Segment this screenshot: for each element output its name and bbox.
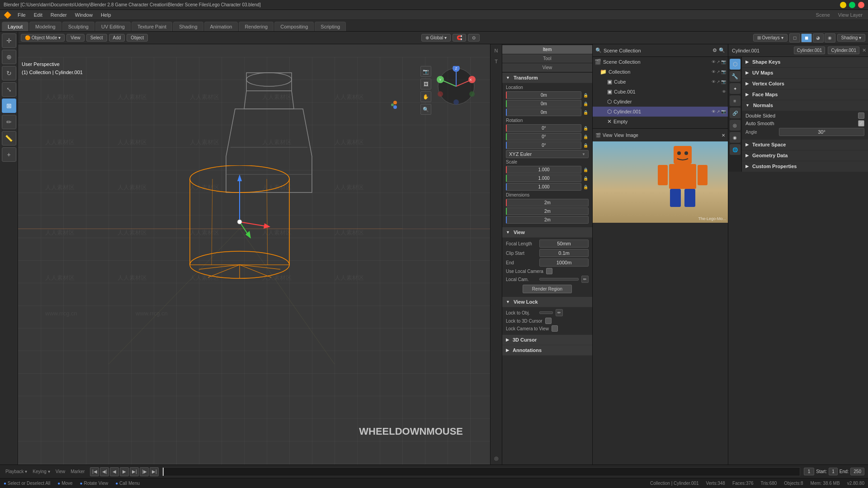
angle-val[interactable]: 30° (779, 128, 864, 136)
sidebar-toggle[interactable]: N (492, 46, 501, 55)
search-icon[interactable]: 🔍 (719, 47, 725, 53)
mat-tab-icon[interactable]: ◉ (730, 132, 741, 143)
rot-z-lock[interactable]: 🔒 (582, 141, 589, 149)
texture-space-header[interactable]: ▶ Texture Space (742, 140, 868, 150)
loc-z[interactable]: 0m (506, 108, 581, 116)
cube001-eye[interactable]: 👁 (722, 89, 726, 94)
rotation-mode-dropdown[interactable]: XYZ Euler (506, 150, 589, 158)
shade-solid[interactable]: ◼ (801, 33, 812, 42)
3d-viewport[interactable]: 人人素材区 人人素材区 人人素材区 人人素材区 人人素材区 人人素材区 人人素材… (18, 44, 490, 465)
rot-x-lock[interactable]: 🔒 (582, 124, 589, 132)
view-lock-header[interactable]: ▼ View Lock (502, 297, 592, 307)
camera-btn[interactable]: 📷 (420, 66, 431, 77)
collection-item[interactable]: 📁 Collection 👁 ↗ 📷 (593, 67, 728, 77)
geometry-data-header[interactable]: ▶ Geometry Data (742, 150, 868, 161)
tab-animation[interactable]: Animation (204, 22, 238, 31)
col-render[interactable]: 📷 (721, 70, 726, 74)
transform-tool[interactable]: ⊞ (2, 99, 16, 113)
maximize-button[interactable] (849, 2, 855, 8)
local-cam-field[interactable] (539, 278, 579, 281)
annotations-header[interactable]: ▶ Annotations (502, 345, 592, 356)
annotate-tool[interactable]: ✏ (2, 115, 16, 129)
loc-y[interactable]: 0m (506, 100, 581, 108)
jump-start-btn[interactable]: |◀ (90, 467, 99, 476)
auto-smooth-checkbox[interactable]: ✓ (858, 120, 864, 127)
uv-maps-header[interactable]: ▶ UV Maps (742, 68, 868, 78)
select-menu[interactable]: Select (86, 34, 107, 42)
cursor-tool[interactable]: ✛ (2, 33, 16, 48)
eye-icon[interactable]: 👁 (712, 60, 716, 64)
view-dropdown-tl[interactable]: View (54, 469, 67, 474)
tab-texture-paint[interactable]: Texture Paint (132, 22, 172, 31)
dim-z[interactable]: 2m (506, 216, 589, 224)
keying-dropdown[interactable]: Keying ▾ (31, 469, 52, 474)
cyl001-eye[interactable]: 👁 (712, 109, 716, 114)
jump-end-btn[interactable]: ▶| (150, 467, 159, 476)
cube-eye[interactable]: 👁 (712, 80, 716, 84)
normals-header[interactable]: ▼ Normals (742, 100, 868, 111)
play-btn[interactable]: ▶ (120, 467, 129, 476)
cylinder-item[interactable]: ⬡ Cylinder (593, 97, 728, 107)
const-tab-icon[interactable]: 🔗 (730, 108, 741, 118)
tool-tab[interactable]: Tool (502, 54, 592, 63)
menu-window[interactable]: Window (71, 11, 96, 19)
view-menu[interactable]: View (66, 34, 85, 42)
zoom-btn[interactable]: 🔍 (420, 104, 431, 115)
rotate-tool[interactable]: ↻ (2, 66, 16, 80)
cube-item[interactable]: ▣ Cube 👁 ↗ 📷 (593, 77, 728, 87)
dim-y[interactable]: 2m (506, 207, 589, 215)
mode-dropdown[interactable]: 🟠 Object Mode ▾ (21, 34, 65, 42)
mini-view-view[interactable]: View (614, 133, 624, 138)
tab-rendering[interactable]: Rendering (239, 22, 274, 31)
menu-help[interactable]: Help (97, 11, 115, 19)
move-tool[interactable]: ⊕ (2, 50, 16, 64)
obj-tab-icon[interactable]: ⬡ (730, 59, 741, 70)
tab-layout[interactable]: Layout (2, 22, 28, 31)
view-tab-n[interactable]: View (502, 63, 592, 72)
focal-val[interactable]: 50mm (539, 239, 589, 248)
cube-cam[interactable]: 📷 (721, 80, 726, 84)
shade-wire[interactable]: ◻ (789, 33, 800, 42)
overlay-icon[interactable]: ◎ (492, 454, 501, 463)
scale-z[interactable]: 1.000 (506, 183, 581, 191)
close-button[interactable] (858, 2, 864, 8)
vertex-colors-header[interactable]: ▶ Vertex Colors (742, 79, 868, 89)
scale-x-lock[interactable]: 🔒 (582, 166, 589, 174)
mini-close-btn[interactable]: ✕ (722, 133, 725, 138)
tab-uv-editing[interactable]: UV Editing (95, 22, 131, 31)
menu-edit[interactable]: Edit (30, 11, 46, 19)
rot-x[interactable]: 0° (506, 124, 581, 132)
loc-x-lock[interactable]: 🔒 (582, 91, 589, 99)
end-val[interactable]: 1000m (539, 258, 589, 267)
start-frame-field[interactable]: 1 (829, 468, 838, 475)
mini-view-image[interactable]: Image (626, 133, 638, 138)
prev-keyframe-btn[interactable]: ◀| (100, 467, 109, 476)
cursor-header[interactable]: ▶ 3D Cursor (502, 335, 592, 345)
add-tool[interactable]: + (2, 147, 16, 162)
overlays-btn[interactable]: ⊞ Overlays ▾ (753, 34, 788, 42)
timeline-track[interactable] (162, 467, 800, 476)
filter-icon[interactable]: ⚙ (712, 47, 717, 53)
lock-camera-checkbox[interactable] (552, 325, 558, 332)
obj-close-btn[interactable]: ✕ (862, 47, 866, 53)
add-menu[interactable]: Add (109, 34, 125, 42)
local-cam-checkbox[interactable] (546, 268, 552, 274)
playback-dropdown[interactable]: Playback ▾ (4, 469, 29, 474)
mod-tab-icon[interactable]: 🔧 (730, 71, 741, 82)
hand-btn[interactable]: ✋ (420, 91, 431, 102)
cylinder001-item[interactable]: ⬡ Cylinder.001 👁 ↗ 📷 (593, 107, 728, 117)
custom-props-header[interactable]: ▶ Custom Properties (742, 161, 868, 172)
col-eye[interactable]: 👁 (712, 70, 716, 74)
phys-tab-icon[interactable]: ≡ (730, 95, 741, 106)
rot-z[interactable]: 0° (506, 141, 581, 149)
lock-obj-field[interactable] (539, 311, 553, 314)
render-region-btn[interactable]: Render Region (523, 285, 572, 293)
shading-dropdown[interactable]: Shading ▾ (837, 34, 865, 42)
cursor-icon[interactable]: ↗ (717, 60, 720, 64)
tab-compositing[interactable]: Compositing (274, 22, 314, 31)
clip-val[interactable]: 0.1m (539, 249, 589, 257)
menu-file[interactable]: File (14, 11, 29, 19)
nav-gizmo[interactable]: X Y Z (436, 66, 476, 107)
tab-modeling[interactable]: Modeling (29, 22, 61, 31)
transform-header[interactable]: ▼ Transform (502, 73, 592, 83)
